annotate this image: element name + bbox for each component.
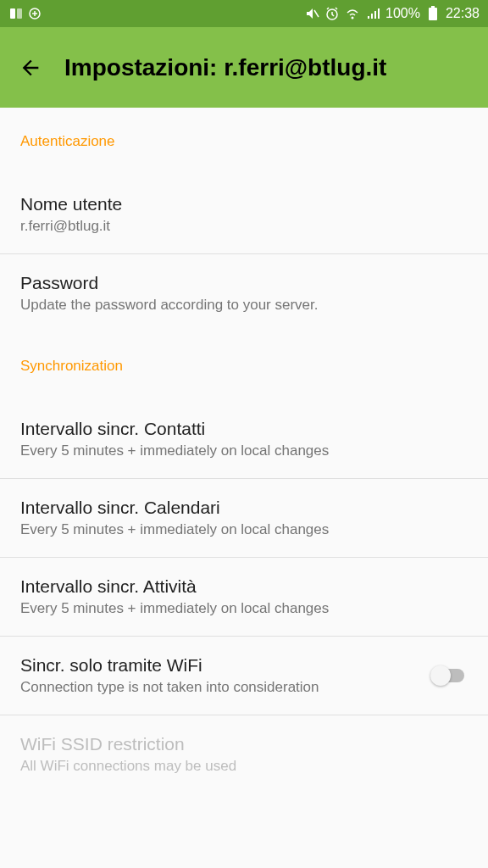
status-bar: 100% 22:38 [0,0,488,27]
toggle-thumb [430,665,451,686]
wifi-only-toggle[interactable] [430,664,468,687]
svg-rect-1 [17,8,22,19]
setting-sync-tasks[interactable]: Intervallo sincr. Attività Every 5 minut… [0,558,488,637]
setting-sync-contacts[interactable]: Intervallo sincr. Contatti Every 5 minut… [0,400,488,479]
svg-line-5 [327,8,329,9]
setting-title: Intervallo sincr. Calendari [20,498,468,518]
setting-subtitle: Every 5 minutes + immediately on local c… [20,442,468,459]
setting-title: WiFi SSID restriction [20,734,468,754]
settings-content: Autenticazione Nome utente r.ferri@btlug… [0,108,488,793]
signal-icon [365,6,380,21]
battery-icon [425,6,441,21]
back-button[interactable] [17,54,44,81]
status-left [8,6,42,21]
notification-icon-2 [27,6,42,21]
setting-sync-calendars[interactable]: Intervallo sincr. Calendari Every 5 minu… [0,479,488,558]
setting-title: Intervallo sincr. Contatti [20,419,468,439]
wifi-icon [345,6,360,21]
setting-wifi-ssid: WiFi SSID restriction All WiFi connectio… [0,715,488,793]
notification-icon-1 [8,6,24,21]
svg-line-6 [336,8,337,9]
mute-icon [304,6,319,21]
svg-rect-0 [10,8,15,19]
setting-subtitle: Every 5 minutes + immediately on local c… [20,600,468,617]
setting-username[interactable]: Nome utente r.ferri@btlug.it [0,175,488,254]
section-header-auth: Autenticazione [0,108,488,157]
setting-subtitle: Connection type is not taken into consid… [20,679,430,696]
battery-percentage: 100% [385,6,420,21]
arrow-left-icon [19,56,42,80]
app-bar: Impostazioni: r.ferri@btlug.it [0,27,488,108]
svg-rect-9 [431,6,435,8]
setting-value: r.ferri@btlug.it [20,218,468,235]
svg-line-3 [314,10,319,17]
setting-title: Intervallo sincr. Attività [20,576,468,597]
svg-point-7 [352,17,354,19]
clock: 22:38 [446,6,480,21]
setting-subtitle: All WiFi connections may be used [20,758,468,775]
setting-title: Password [20,273,468,293]
setting-title: Sincr. solo tramite WiFi [20,655,430,676]
page-title: Impostazioni: r.ferri@btlug.it [64,54,386,81]
alarm-icon [324,6,340,21]
status-right: 100% 22:38 [304,6,480,21]
setting-subtitle: Update the password according to your se… [20,297,468,314]
setting-title: Nome utente [20,194,468,214]
section-header-sync: Synchronization [0,332,488,381]
setting-wifi-only[interactable]: Sincr. solo tramite WiFi Connection type… [0,637,488,715]
setting-password[interactable]: Password Update the password according t… [0,254,488,332]
setting-subtitle: Every 5 minutes + immediately on local c… [20,521,468,538]
svg-rect-8 [429,8,437,20]
